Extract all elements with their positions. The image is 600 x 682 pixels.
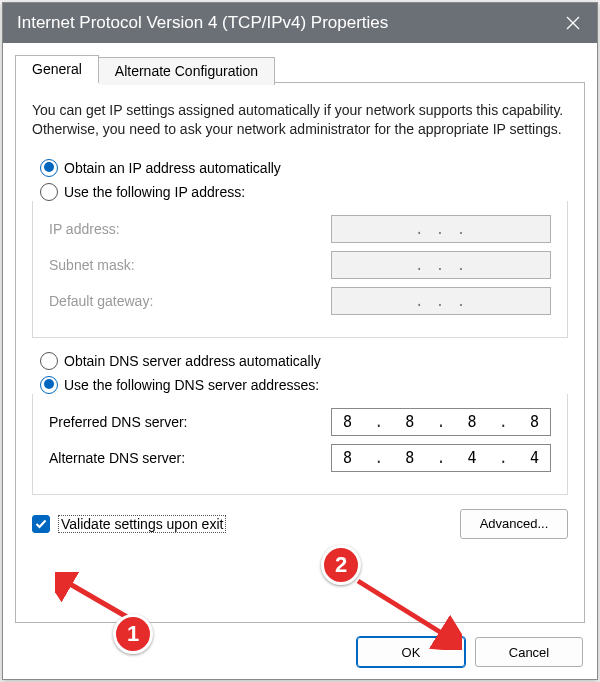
octet: 8 [343,449,352,467]
advanced-button[interactable]: Advanced... [460,509,568,539]
radio-icon [40,159,58,177]
octet: 8 [530,413,539,431]
input-ip-address: . . . [331,215,551,243]
radio-use-dns-manual[interactable]: Use the following DNS server addresses: [40,376,568,394]
octet: 8 [343,413,352,431]
radio-label: Use the following DNS server addresses: [64,377,319,393]
svg-line-3 [63,580,127,617]
input-alternate-dns[interactable]: 8. 8. 4. 4 [331,444,551,472]
dot-icon: . [436,413,445,431]
check-icon [35,519,47,529]
dialog-footer: OK Cancel [15,623,585,667]
row-ip-address: IP address: . . . [49,215,551,243]
octet: 8 [468,413,477,431]
octet: 4 [530,449,539,467]
octet: 4 [468,449,477,467]
dot-icon: . [499,449,508,467]
dot-icon: . [374,413,383,431]
row-default-gateway: Default gateway: . . . [49,287,551,315]
titlebar: Internet Protocol Version 4 (TCP/IPv4) P… [3,3,597,43]
row-alternate-dns: Alternate DNS server: 8. 8. 4. 4 [49,444,551,472]
radio-icon [40,183,58,201]
label-default-gateway: Default gateway: [49,293,153,309]
radio-icon [40,376,58,394]
tab-general[interactable]: General [15,55,99,83]
radio-label: Obtain an IP address automatically [64,160,281,176]
radio-icon [40,352,58,370]
annotation-badge-2: 2 [321,545,361,585]
input-preferred-dns[interactable]: 8. 8. 8. 8 [331,408,551,436]
input-default-gateway: . . . [331,287,551,315]
description-text: You can get IP settings assigned automat… [32,101,568,139]
ip-section: Obtain an IP address automatically Use t… [32,159,568,338]
radio-obtain-dns-auto[interactable]: Obtain DNS server address automatically [40,352,568,370]
ip-fields-group: IP address: . . . Subnet mask: . . . Def… [32,201,568,338]
window-title: Internet Protocol Version 4 (TCP/IPv4) P… [17,13,388,33]
tab-panel-general: You can get IP settings assigned automat… [15,82,585,623]
dns-fields-group: Preferred DNS server: 8. 8. 8. 8 Alterna… [32,394,568,495]
input-subnet-mask: . . . [331,251,551,279]
label-validate: Validate settings upon exit [58,515,226,533]
octet: 8 [405,449,414,467]
radio-label: Use the following IP address: [64,184,245,200]
row-preferred-dns: Preferred DNS server: 8. 8. 8. 8 [49,408,551,436]
tab-alternate-configuration[interactable]: Alternate Configuration [99,57,275,85]
label-preferred-dns: Preferred DNS server: [49,414,187,430]
cancel-button[interactable]: Cancel [475,637,583,667]
dot-icon: . [436,449,445,467]
radio-use-ip-manual[interactable]: Use the following IP address: [40,183,568,201]
svg-line-5 [358,581,448,637]
annotation-badge-1: 1 [113,614,153,654]
annotation-arrow-2 [352,575,462,650]
label-subnet-mask: Subnet mask: [49,257,135,273]
checkbox-validate[interactable] [32,515,50,533]
close-button[interactable] [549,3,597,43]
dot-icon: . [374,449,383,467]
dns-section: Obtain DNS server address automatically … [32,352,568,495]
dot-icon: . [499,413,508,431]
radio-label: Obtain DNS server address automatically [64,353,321,369]
radio-obtain-ip-auto[interactable]: Obtain an IP address automatically [40,159,568,177]
row-subnet-mask: Subnet mask: . . . [49,251,551,279]
octet: 8 [405,413,414,431]
close-icon [566,16,580,30]
label-ip-address: IP address: [49,221,120,237]
tabstrip: General Alternate Configuration [15,55,585,83]
label-alternate-dns: Alternate DNS server: [49,450,185,466]
